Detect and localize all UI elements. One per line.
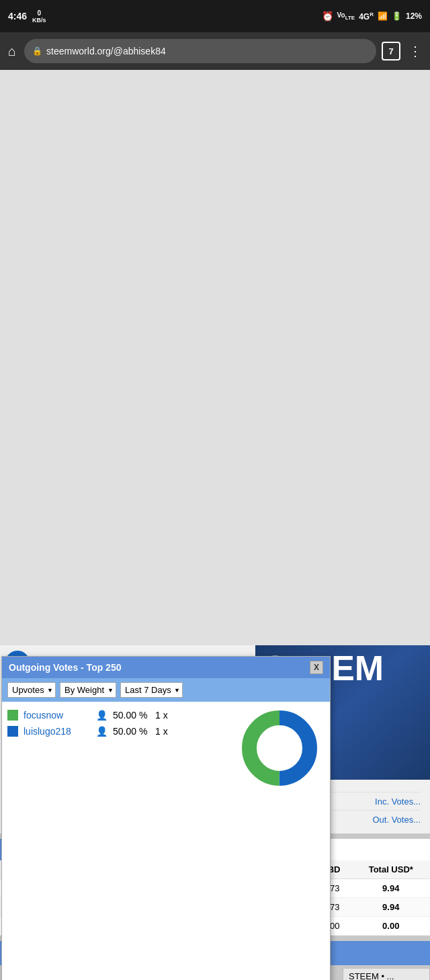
tab-count-button[interactable]: 7 xyxy=(382,42,400,60)
30days-total: 9.94 xyxy=(352,898,430,917)
battery-level: 12% xyxy=(406,11,422,21)
status-left: 4:46 0 KB/s xyxy=(8,9,46,24)
col-total-usd: Total USD* xyxy=(352,860,430,879)
modal-close-button[interactable]: X xyxy=(310,661,323,674)
modal-filters: Upvotes By Weight Last 7 Days xyxy=(2,678,330,702)
vote-pct-2: 50.00 % xyxy=(113,726,150,737)
donut-chart xyxy=(236,704,323,792)
vote-count-2: 1 x xyxy=(155,726,168,737)
lock-icon: 🔒 xyxy=(32,46,42,56)
modal-header: Outgoing Votes - Top 250 X xyxy=(2,657,330,678)
person-icon-1: 👤 xyxy=(96,710,108,721)
period-filter-select[interactable]: Last 7 Days xyxy=(120,682,183,698)
status-right: ⏰ VoLTE 4GR 📶 🔋 12% xyxy=(322,11,422,22)
donut-center xyxy=(259,728,300,768)
type-filter-select[interactable]: Upvotes xyxy=(7,682,56,698)
steem-button-area: STEEM • ... xyxy=(343,968,430,980)
volte-label: VoLTE xyxy=(337,11,355,21)
alarm-icon: ⏰ xyxy=(322,11,333,22)
modal-title: Outgoing Votes - Top 250 xyxy=(9,662,121,673)
network-speed: 0 xyxy=(38,9,42,17)
vote-pct-1: 50.00 % xyxy=(113,710,150,721)
outgoing-votes-modal: Outgoing Votes - Top 250 X Upvotes By We… xyxy=(1,656,331,980)
vote-user-1[interactable]: focusnow xyxy=(24,710,91,721)
period-filter-wrapper[interactable]: Last 7 Days xyxy=(120,682,183,698)
inc-votes-button[interactable]: Inc. Votes... xyxy=(375,797,421,807)
browser-menu-button[interactable]: ⋮ xyxy=(406,40,425,62)
battery-icon: 🔋 xyxy=(392,11,402,21)
alltime-total: 9.94 xyxy=(352,879,430,898)
out-votes-button[interactable]: Out. Votes... xyxy=(372,815,421,825)
browser-home-button[interactable]: ⌂ xyxy=(5,41,19,62)
network-unit: KB/s xyxy=(32,17,46,24)
time-display: 4:46 xyxy=(8,11,27,22)
vote-color-blue xyxy=(7,726,18,737)
sort-filter-select[interactable]: By Weight xyxy=(60,682,116,698)
url-input-box[interactable]: 🔒 steemworld.org/@abhisek84 xyxy=(24,39,376,63)
network-type: 4GR xyxy=(359,11,374,22)
7days-total: 0.00 xyxy=(352,917,430,936)
modal-body: focusnow 👤 50.00 % 1 x luislugo218 👤 50.… xyxy=(2,702,330,980)
vote-color-green xyxy=(7,710,18,721)
address-bar: ⌂ 🔒 steemworld.org/@abhisek84 7 ⋮ xyxy=(0,32,430,70)
vote-user-2[interactable]: luislugo218 xyxy=(24,726,91,737)
vote-count-1: 1 x xyxy=(155,710,168,721)
signal-icon: 📶 xyxy=(378,11,388,21)
type-filter-wrapper[interactable]: Upvotes xyxy=(7,682,56,698)
steem-label: STEEM • ... xyxy=(349,971,394,980)
url-text: steemworld.org/@abhisek84 xyxy=(46,46,166,56)
status-bar: 4:46 0 KB/s ⏰ VoLTE 4GR 📶 🔋 12% xyxy=(0,0,430,32)
page-content: STEEM WS ber 2021 @pennsif ) ⌂ STEEM • .… xyxy=(0,645,430,980)
sort-filter-wrapper[interactable]: By Weight xyxy=(60,682,116,698)
person-icon-2: 👤 xyxy=(96,726,108,737)
